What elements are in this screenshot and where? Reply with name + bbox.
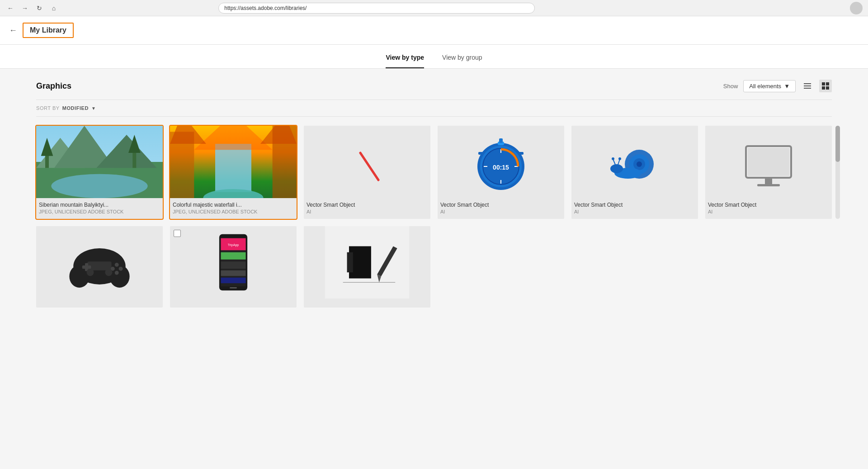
url-text: https://assets.adobe.com/libraries/	[224, 5, 307, 11]
back-arrow[interactable]: ←	[9, 26, 17, 35]
item-info	[36, 298, 163, 308]
svg-point-46	[610, 164, 623, 173]
item-thumbnail	[36, 126, 163, 198]
forward-button[interactable]: →	[20, 3, 30, 13]
item-name: Vector Smart Object	[440, 202, 561, 208]
svg-rect-81	[347, 252, 353, 272]
svg-rect-2	[804, 88, 811, 89]
item-name: Vector Smart Object	[708, 202, 829, 208]
user-avatar	[850, 2, 863, 14]
item-name: Colorful majestic waterfall i...	[173, 202, 294, 208]
section-header: Graphics Show All elements ▼	[36, 80, 832, 92]
svg-point-66	[115, 271, 119, 275]
scrollbar-track[interactable]	[835, 126, 840, 219]
back-button[interactable]: ←	[5, 3, 15, 13]
item-thumbnail: TripApp	[170, 226, 297, 298]
svg-rect-78	[230, 287, 237, 289]
svg-rect-53	[748, 148, 789, 176]
tab-view-by-group[interactable]: View by group	[442, 54, 482, 68]
item-name: Siberian mountain Balyiktyi...	[39, 202, 160, 208]
list-item[interactable]: Colorful majestic waterfall i... JPEG, U…	[170, 126, 297, 219]
svg-rect-6	[826, 86, 829, 90]
tab-view-by-type[interactable]: View by type	[386, 54, 424, 68]
list-item[interactable]: Siberian mountain Balyiktyi... JPEG, UNL…	[36, 126, 163, 219]
item-meta: AI	[440, 209, 561, 214]
svg-rect-1	[804, 85, 811, 86]
item-name: Vector Smart Object	[574, 202, 695, 208]
svg-rect-75	[221, 261, 245, 269]
item-thumbnail	[571, 126, 698, 198]
sort-prefix: SORT BY	[36, 105, 60, 111]
section-title: Graphics	[36, 81, 71, 91]
item-meta: AI	[574, 209, 695, 214]
item-info	[170, 298, 297, 308]
item-meta: AI	[307, 209, 428, 214]
svg-point-68	[105, 269, 112, 276]
svg-rect-38	[478, 152, 483, 155]
svg-rect-36	[499, 138, 503, 143]
view-tabs-container: View by type View by group	[0, 45, 868, 69]
item-info: Siberian mountain Balyiktyi... JPEG, UNL…	[36, 198, 163, 219]
svg-rect-20	[215, 144, 251, 192]
item-info: Vector Smart Object AI	[571, 198, 698, 219]
refresh-button[interactable]: ↻	[34, 3, 44, 13]
item-meta: JPEG, UNLICENSED ADOBE STOCK	[39, 209, 160, 214]
list-item[interactable]: 00:15 Vector Smart Object AI	[438, 126, 564, 219]
item-checkbox[interactable]	[174, 230, 181, 237]
items-grid-row1: Siberian mountain Balyiktyi... JPEG, UNL…	[36, 126, 832, 219]
main-content: Graphics Show All elements ▼	[0, 69, 868, 469]
item-info: Vector Smart Object AI	[304, 198, 430, 219]
item-thumbnail: 00:15	[438, 126, 564, 198]
svg-point-48	[612, 157, 614, 160]
item-meta: AI	[708, 209, 829, 214]
list-item[interactable]: TripApp	[170, 226, 297, 308]
sort-bar: SORT BY MODIFIED ▼	[36, 99, 832, 117]
item-name: Vector Smart Object	[307, 202, 428, 208]
list-item[interactable]: Vector Smart Object AI	[571, 126, 698, 219]
address-bar[interactable]: https://assets.adobe.com/libraries/	[218, 3, 535, 14]
all-elements-dropdown[interactable]: All elements ▼	[743, 80, 796, 92]
list-item[interactable]	[36, 226, 163, 308]
svg-rect-54	[765, 178, 772, 184]
grid-view-button[interactable]	[819, 80, 832, 92]
home-button[interactable]: ⌂	[49, 3, 59, 13]
list-item[interactable]	[304, 226, 430, 308]
item-info	[304, 298, 430, 308]
sort-field: MODIFIED	[62, 105, 89, 111]
sort-chevron-icon[interactable]: ▼	[91, 106, 96, 111]
item-info: Vector Smart Object AI	[438, 198, 564, 219]
item-meta: JPEG, UNLICENSED ADOBE STOCK	[173, 209, 294, 214]
svg-rect-55	[757, 184, 780, 186]
item-thumbnail	[705, 126, 832, 198]
app-header: ← My Library	[0, 16, 868, 45]
svg-text:TripApp: TripApp	[228, 243, 239, 247]
svg-rect-5	[822, 86, 825, 90]
svg-point-67	[87, 269, 94, 276]
svg-rect-39	[519, 152, 524, 155]
items-grid-row2: TripApp	[36, 226, 832, 308]
svg-point-63	[115, 263, 119, 267]
item-thumbnail	[170, 126, 297, 198]
svg-rect-77	[221, 278, 245, 283]
scrollbar-thumb[interactable]	[835, 126, 840, 162]
list-item[interactable]: Vector Smart Object AI	[705, 126, 832, 219]
item-thumbnail	[304, 226, 430, 298]
svg-rect-74	[221, 252, 245, 260]
svg-rect-0	[804, 83, 811, 84]
svg-point-12	[51, 174, 147, 198]
svg-point-64	[119, 267, 123, 271]
svg-rect-3	[822, 82, 825, 85]
svg-rect-4	[826, 82, 829, 85]
list-view-button[interactable]	[801, 80, 814, 92]
dropdown-label: All elements	[749, 83, 781, 90]
my-library-button[interactable]: My Library	[23, 23, 74, 38]
list-item[interactable]: Vector Smart Object AI	[304, 126, 430, 219]
svg-rect-76	[221, 270, 245, 276]
item-info: Vector Smart Object AI	[705, 198, 832, 219]
item-info: Colorful majestic waterfall i... JPEG, U…	[170, 198, 297, 219]
show-controls: Show All elements ▼	[723, 80, 832, 92]
item-thumbnail	[36, 226, 163, 298]
item-thumbnail	[304, 126, 430, 198]
svg-text:00:15: 00:15	[493, 164, 509, 171]
chevron-down-icon: ▼	[784, 83, 790, 90]
